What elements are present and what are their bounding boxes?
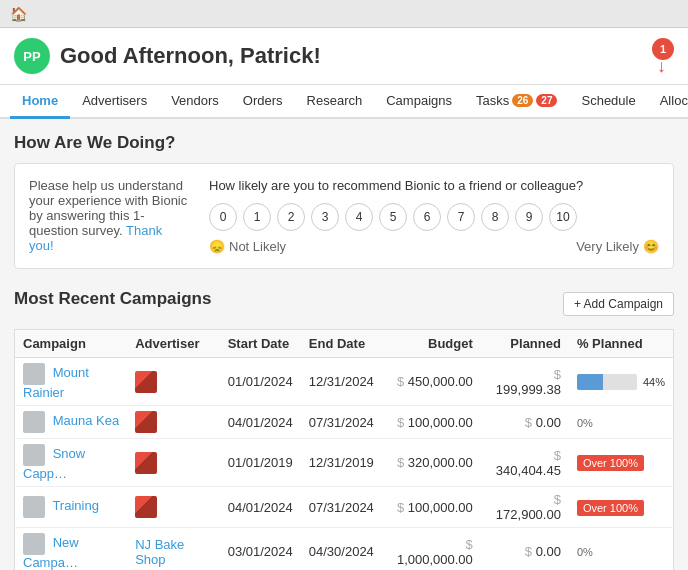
tasks-badge-orange: 26 bbox=[512, 94, 533, 107]
start-date: 03/01/2024 bbox=[220, 528, 301, 571]
tasks-badge-red: 27 bbox=[536, 94, 557, 107]
col-start: Start Date bbox=[220, 330, 301, 358]
nav-campaigns[interactable]: Campaigns bbox=[374, 85, 464, 119]
nav-tasks[interactable]: Tasks 26 27 bbox=[464, 85, 569, 119]
rating-9[interactable]: 9 bbox=[515, 203, 543, 231]
navigation: Home Advertisers Vendors Orders Research… bbox=[0, 85, 688, 119]
survey-right: How likely are you to recommend Bionic t… bbox=[209, 178, 659, 254]
survey-question: How likely are you to recommend Bionic t… bbox=[209, 178, 659, 193]
rating-10[interactable]: 10 bbox=[549, 203, 577, 231]
add-campaign-button[interactable]: + Add Campaign bbox=[563, 292, 674, 316]
survey-box: Please help us understand your experienc… bbox=[14, 163, 674, 269]
table-row: New Campa… NJ Bake Shop 03/01/2024 04/30… bbox=[15, 528, 674, 571]
end-date: 04/30/2024 bbox=[301, 528, 382, 571]
greeting: Good Afternoon, Patrick! bbox=[60, 43, 321, 69]
start-date: 01/01/2019 bbox=[220, 439, 301, 487]
table-row: Mauna Kea 04/01/2024 07/31/2024 $ 100,00… bbox=[15, 406, 674, 439]
rating-4[interactable]: 4 bbox=[345, 203, 373, 231]
campaign-name: Training bbox=[15, 487, 128, 528]
budget: $ 100,000.00 bbox=[382, 487, 481, 528]
campaign-link[interactable]: Training bbox=[52, 498, 98, 513]
budget: $ 1,000,000.00 bbox=[382, 528, 481, 571]
not-likely-label: 😞 Not Likely bbox=[209, 239, 286, 254]
planned: $ 0.00 bbox=[481, 528, 569, 571]
nav-allocations[interactable]: Allocations bbox=[648, 85, 688, 119]
percent-planned: 0% bbox=[569, 406, 674, 439]
main-content: How Are We Doing? Please help us underst… bbox=[0, 119, 688, 570]
budget: $ 100,000.00 bbox=[382, 406, 481, 439]
planned: $ 199,999.38 bbox=[481, 358, 569, 406]
budget: $ 450,000.00 bbox=[382, 358, 481, 406]
planned: $ 340,404.45 bbox=[481, 439, 569, 487]
advertiser-cell: NJ Bake Shop bbox=[127, 528, 220, 571]
col-budget: Budget bbox=[382, 330, 481, 358]
planned: $ 0.00 bbox=[481, 406, 569, 439]
end-date: 07/31/2024 bbox=[301, 406, 382, 439]
col-advertiser: Advertiser bbox=[127, 330, 220, 358]
nav-home[interactable]: Home bbox=[10, 85, 70, 119]
campaigns-title: Most Recent Campaigns bbox=[14, 289, 211, 309]
nav-research[interactable]: Research bbox=[295, 85, 375, 119]
advertiser-cell bbox=[127, 487, 220, 528]
campaign-name: Mount Rainier bbox=[15, 358, 128, 406]
rating-7[interactable]: 7 bbox=[447, 203, 475, 231]
notification-area: 1 ↓ bbox=[652, 38, 674, 60]
advertiser-cell bbox=[127, 439, 220, 487]
end-date: 12/31/2024 bbox=[301, 358, 382, 406]
survey-text: Please help us understand your experienc… bbox=[29, 178, 189, 253]
avatar: PP bbox=[14, 38, 50, 74]
start-date: 01/01/2024 bbox=[220, 358, 301, 406]
end-date: 12/31/2019 bbox=[301, 439, 382, 487]
col-end: End Date bbox=[301, 330, 382, 358]
campaigns-header: Most Recent Campaigns + Add Campaign bbox=[14, 289, 674, 319]
start-date: 04/01/2024 bbox=[220, 487, 301, 528]
home-icon[interactable]: 🏠 bbox=[10, 6, 27, 22]
budget: $ 320,000.00 bbox=[382, 439, 481, 487]
table-row: Training 04/01/2024 07/31/2024 $ 100,000… bbox=[15, 487, 674, 528]
rating-6[interactable]: 6 bbox=[413, 203, 441, 231]
table-row: Snow Capp… 01/01/2019 12/31/2019 $ 320,0… bbox=[15, 439, 674, 487]
campaign-name: Mauna Kea bbox=[15, 406, 128, 439]
col-percent: % Planned bbox=[569, 330, 674, 358]
percent-planned: Over 100% bbox=[569, 439, 674, 487]
campaign-name: New Campa… bbox=[15, 528, 128, 571]
percent-planned: Over 100% bbox=[569, 487, 674, 528]
col-campaign: Campaign bbox=[15, 330, 128, 358]
rating-labels: 😞 Not Likely Very Likely 😊 bbox=[209, 239, 659, 254]
campaign-name: Snow Capp… bbox=[15, 439, 128, 487]
very-likely-label: Very Likely 😊 bbox=[576, 239, 659, 254]
notification-arrow: ↓ bbox=[657, 56, 666, 77]
nav-advertisers[interactable]: Advertisers bbox=[70, 85, 159, 119]
nav-schedule[interactable]: Schedule bbox=[569, 85, 647, 119]
how-doing-title: How Are We Doing? bbox=[14, 133, 674, 153]
nav-vendors[interactable]: Vendors bbox=[159, 85, 231, 119]
rating-8[interactable]: 8 bbox=[481, 203, 509, 231]
top-bar: 🏠 bbox=[0, 0, 688, 28]
rating-5[interactable]: 5 bbox=[379, 203, 407, 231]
advertiser-cell bbox=[127, 358, 220, 406]
rating-row: 0 1 2 3 4 5 6 7 8 9 10 bbox=[209, 203, 659, 231]
nav-orders[interactable]: Orders bbox=[231, 85, 295, 119]
rating-0[interactable]: 0 bbox=[209, 203, 237, 231]
planned: $ 172,900.00 bbox=[481, 487, 569, 528]
campaigns-table: Campaign Advertiser Start Date End Date … bbox=[14, 329, 674, 570]
end-date: 07/31/2024 bbox=[301, 487, 382, 528]
percent-planned: 44% bbox=[569, 358, 674, 406]
start-date: 04/01/2024 bbox=[220, 406, 301, 439]
advertiser-cell bbox=[127, 406, 220, 439]
campaign-link[interactable]: Mauna Kea bbox=[53, 413, 120, 428]
rating-1[interactable]: 1 bbox=[243, 203, 271, 231]
header: PP Good Afternoon, Patrick! 1 ↓ bbox=[0, 28, 688, 85]
col-planned: Planned bbox=[481, 330, 569, 358]
percent-planned: 0% bbox=[569, 528, 674, 571]
advertiser-link[interactable]: NJ Bake Shop bbox=[135, 537, 184, 567]
table-row: Mount Rainier 01/01/2024 12/31/2024 $ 45… bbox=[15, 358, 674, 406]
rating-2[interactable]: 2 bbox=[277, 203, 305, 231]
rating-3[interactable]: 3 bbox=[311, 203, 339, 231]
